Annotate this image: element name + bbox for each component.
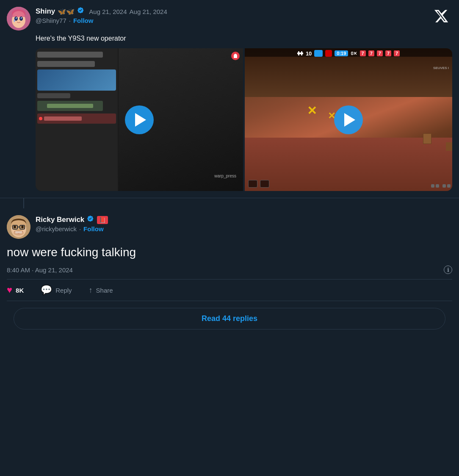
tweet-handle-ricky: @rickyberwick	[36, 225, 77, 232]
hud-kill-5: 7	[394, 50, 400, 56]
reply-tweet-text: now were fucking talking	[7, 244, 452, 260]
video-thumb-right[interactable]: 10 0:19 0✕ 7 7 7 7 7	[245, 48, 452, 191]
avatar-ricky[interactable]	[7, 215, 30, 239]
action-bar: ♥ 8K 💬 Reply ↑ Share	[7, 279, 452, 301]
hud-timer: 0:19	[335, 50, 348, 56]
play-button-left[interactable]	[125, 105, 154, 134]
share-icon: ↑	[89, 286, 93, 295]
tweet-date: Aug 21, 2024	[89, 8, 127, 15]
svg-point-18	[14, 226, 16, 228]
hud-kill-2: 7	[368, 50, 374, 56]
play-button-right[interactable]	[334, 105, 363, 134]
video-thumb-left[interactable]: warp_press	[36, 48, 243, 191]
heart-icon: ♥	[7, 285, 12, 296]
hud-kill-1: 7	[360, 50, 366, 56]
tweet-date-val: Aug 21, 2024	[130, 8, 167, 15]
reply-timestamp: 8:40 AM · Aug 21, 2024 ℹ	[7, 266, 452, 274]
original-tweet: Shiny 🦋🦋 Aug 21, 2024 Aug 21, 2024 @Shii…	[0, 0, 459, 198]
media-grid: warp_press 10 0:19	[36, 48, 452, 191]
hud-kill-3: 7	[377, 50, 383, 56]
tweet-text-shiny: Here's the Y9S3 new operator	[36, 34, 452, 43]
reply-tweet: Ricky Berwick 📕 @rickyberwick · Follow n…	[0, 208, 459, 329]
svg-point-7	[21, 17, 22, 18]
svg-point-19	[21, 226, 24, 228]
x-logo[interactable]	[434, 8, 451, 25]
svg-point-6	[16, 17, 17, 18]
author-name-shiny: Shiny	[36, 7, 55, 16]
author-name-ricky: Ricky Berwick	[36, 216, 84, 224]
read-replies-button[interactable]: Read 44 replies	[14, 308, 445, 329]
reply-meta-ricky: Ricky Berwick 📕 @rickyberwick · Follow	[36, 215, 452, 232]
thread-connector	[0, 198, 459, 208]
butterfly-emoji: 🦋🦋	[58, 8, 75, 16]
svg-point-8	[14, 19, 15, 22]
hud-kill-4: 7	[385, 50, 391, 56]
like-action[interactable]: ♥ 8K	[7, 285, 24, 296]
verified-badge-ricky	[87, 215, 94, 224]
tweet-handle-shiny: @Shiiny77	[36, 17, 66, 24]
svg-rect-10	[298, 51, 299, 55]
share-label: Share	[96, 287, 113, 294]
follow-button-ricky[interactable]: Follow	[83, 225, 104, 232]
reply-action[interactable]: 💬 Reply	[41, 285, 72, 296]
verified-badge-shiny	[77, 7, 85, 16]
tweet-meta-shiny: Shiny 🦋🦋 Aug 21, 2024 Aug 21, 2024 @Shii…	[36, 7, 452, 24]
like-count: 8K	[16, 287, 24, 294]
bookmark-icon-ricky: 📕	[97, 216, 108, 224]
avatar-shiny[interactable]	[7, 7, 30, 30]
hud-score-left: 10	[306, 50, 312, 57]
svg-point-21	[14, 230, 24, 235]
reply-label: Reply	[55, 287, 72, 294]
hud-kills-label: 0✕	[351, 51, 357, 56]
read-replies-text: Read 44 replies	[202, 314, 257, 323]
follow-button-shiny[interactable]: Follow	[73, 17, 94, 24]
comment-icon: 💬	[41, 285, 52, 296]
info-icon[interactable]: ℹ	[444, 266, 452, 274]
share-action[interactable]: ↑ Share	[89, 286, 113, 295]
svg-rect-11	[301, 51, 302, 55]
timestamp-text: 8:40 AM · Aug 21, 2024	[7, 266, 73, 274]
